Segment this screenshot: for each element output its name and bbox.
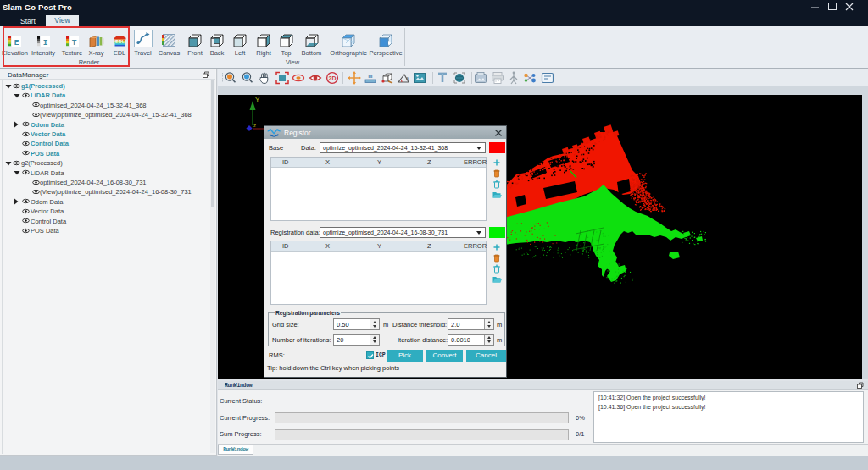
- svg-text:2D: 2D: [329, 75, 337, 81]
- svg-text:Y: Y: [255, 96, 260, 103]
- svg-text:a: a: [406, 75, 409, 80]
- svg-text:m: m: [369, 72, 373, 80]
- svg-text:z: z: [253, 123, 256, 128]
